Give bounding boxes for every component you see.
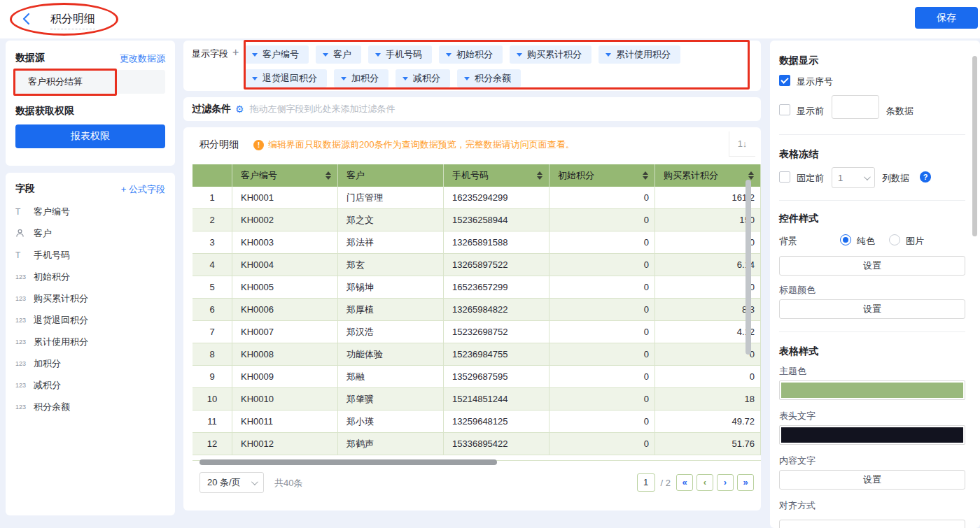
display-field-chip[interactable]: 加积分	[334, 69, 388, 87]
help-icon[interactable]: ?	[920, 171, 931, 183]
divider	[779, 331, 965, 332]
table-row[interactable]: 2KH0002郑之文152362589440150	[192, 209, 761, 231]
table-row[interactable]: 10KH0010郑肇骥15214851244018	[192, 388, 761, 411]
table-cell: KH0001	[232, 187, 338, 209]
chip-label: 购买累计积分	[527, 48, 582, 61]
field-item[interactable]: 123加积分	[15, 352, 165, 374]
table-cell: 0	[550, 299, 655, 321]
field-item[interactable]: 客户	[15, 222, 165, 244]
field-item[interactable]: 123累计使用积分	[15, 331, 165, 352]
title-color-set-button[interactable]: 设置	[779, 299, 965, 319]
table-row[interactable]: 5KH0005郑锡坤1652365729900	[192, 276, 761, 299]
field-item[interactable]: 123减积分	[15, 374, 165, 396]
field-label: 客户编号	[34, 206, 70, 218]
sort-icon[interactable]	[537, 171, 542, 180]
field-item[interactable]: T手机号码	[15, 244, 165, 266]
vertical-scrollbar[interactable]	[746, 180, 751, 355]
content-text-set-button[interactable]: 设置	[779, 470, 965, 490]
page-size-value: 20 条/页	[207, 476, 241, 489]
chevron-down-icon	[864, 173, 871, 180]
add-formula-field-link[interactable]: + 公式字段	[121, 183, 165, 196]
display-fields-label: 显示字段	[192, 48, 228, 60]
display-field-chip[interactable]: 手机号码	[368, 45, 432, 64]
freeze-count-select[interactable]: 1	[832, 167, 875, 188]
display-field-chip[interactable]: 积分余额	[457, 69, 521, 87]
filter-dropzone[interactable]: 拖动左侧字段到此处来添加过滤条件	[250, 103, 396, 115]
table-row[interactable]: 6KH0006郑厚植1326598482208.3	[192, 299, 761, 321]
table-cell: 0	[550, 254, 655, 276]
display-field-chip[interactable]: 初始积分	[439, 45, 503, 64]
preview-title: 积分明细	[200, 138, 239, 151]
row-index-cell: 8	[192, 343, 232, 366]
table-row[interactable]: 3KH0003郑法祥1326589158800	[192, 231, 761, 254]
show-index-checkbox[interactable]	[779, 75, 790, 86]
column-header[interactable]: 客户	[338, 164, 444, 187]
last-page-button[interactable]: »	[737, 474, 754, 491]
field-item[interactable]: 123购买累计积分	[15, 287, 165, 309]
page-title[interactable]: 积分明细	[50, 12, 95, 29]
page-scrollbar[interactable]	[972, 56, 977, 236]
content-text-label: 内容文字	[779, 455, 816, 467]
filter-settings-icon[interactable]: ⚙	[235, 104, 244, 115]
text-field-icon: T	[15, 250, 34, 260]
row-index-cell: 10	[192, 388, 232, 411]
save-button[interactable]: 保存	[915, 7, 978, 29]
display-field-chip[interactable]: 累计使用积分	[598, 45, 680, 64]
display-field-chip[interactable]: 减积分	[396, 69, 450, 87]
datasource-selected[interactable]: 客户积分结算	[15, 70, 165, 94]
display-field-chip[interactable]: 客户	[316, 45, 361, 64]
background-set-button[interactable]: 设置	[779, 256, 965, 276]
next-page-button[interactable]: ›	[717, 474, 734, 491]
user-field-icon	[15, 229, 34, 238]
display-field-chip[interactable]: 购买累计积分	[510, 45, 592, 64]
background-radio-image[interactable]	[889, 234, 900, 245]
field-label: 减积分	[34, 379, 61, 392]
sort-icon[interactable]	[326, 171, 331, 180]
change-datasource-link[interactable]: 更改数据源	[120, 52, 165, 65]
table-row[interactable]: 4KH0004郑玄1326589752206.14	[192, 254, 761, 276]
table-row[interactable]: 1KH0001门店管理162352942990161.2	[192, 187, 761, 209]
show-top-input[interactable]	[832, 95, 879, 119]
table-row[interactable]: 8KH0008功能体验1523698475500	[192, 343, 761, 366]
field-item[interactable]: 123退货退回积分	[15, 309, 165, 331]
freeze-checkbox[interactable]	[779, 171, 790, 183]
table-row[interactable]: 11KH0011郑小瑛13259648125049.72	[192, 411, 761, 433]
prev-page-button[interactable]: ‹	[696, 474, 713, 491]
add-display-field-button[interactable]: +	[232, 46, 239, 59]
display-field-chip[interactable]: 退货退回积分	[245, 69, 327, 87]
table-row[interactable]: 7KH0007郑汉浩1523269875204.12	[192, 321, 761, 343]
page-number-input[interactable]: 1	[637, 473, 655, 492]
column-header[interactable]: 客户编号	[232, 164, 338, 187]
first-page-button[interactable]: «	[676, 474, 693, 491]
show-top-checkbox[interactable]	[779, 104, 790, 115]
table-cell: 0	[655, 366, 761, 388]
table-row[interactable]: 12KH0012郑鹤声15336895422051.76	[192, 433, 761, 455]
table-cell: 0	[550, 366, 655, 388]
column-header[interactable]: 初始积分	[550, 164, 655, 187]
field-item[interactable]: 123初始积分	[15, 266, 165, 287]
horizontal-scrollbar[interactable]	[200, 459, 497, 465]
display-field-chip[interactable]: 客户编号	[245, 45, 309, 64]
table-cell: KH0009	[232, 366, 338, 388]
table-cell: 郑玄	[338, 254, 444, 276]
column-header[interactable]	[192, 164, 232, 187]
number-field-icon: 123	[15, 360, 34, 367]
background-radio-solid[interactable]	[840, 234, 851, 245]
back-icon[interactable]	[20, 12, 34, 26]
header-text-swatch[interactable]	[779, 425, 965, 445]
report-permission-button[interactable]: 报表权限	[15, 124, 165, 148]
field-item[interactable]: 123积分余额	[15, 396, 165, 418]
page-size-select[interactable]: 20 条/页	[200, 472, 264, 493]
sort-icon[interactable]	[643, 171, 648, 180]
sort-icon[interactable]	[748, 171, 754, 180]
row-index-cell: 2	[192, 209, 232, 231]
column-label: 手机号码	[452, 169, 489, 182]
table-row[interactable]: 9KH0009郑融1352968759500	[192, 366, 761, 388]
sort-order-button[interactable]: 1↓	[729, 131, 755, 157]
column-header[interactable]: 手机号码	[444, 164, 550, 187]
table-cell: 郑之文	[338, 209, 444, 231]
align-control-clipped[interactable]	[779, 520, 965, 528]
number-field-icon: 123	[15, 404, 34, 411]
field-item[interactable]: T客户编号	[15, 201, 165, 222]
theme-color-swatch[interactable]	[779, 380, 965, 400]
